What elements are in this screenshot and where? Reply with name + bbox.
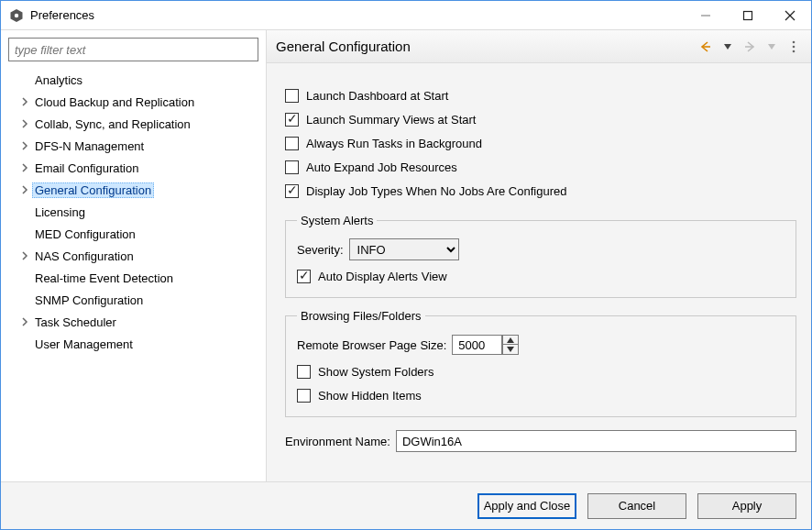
app-icon [8, 7, 25, 24]
env-name-input[interactable] [396, 430, 796, 452]
tree-item-label: Analytics [32, 72, 85, 88]
group-legend: Browsing Files/Folders [297, 309, 425, 323]
expand-icon[interactable] [17, 317, 32, 326]
check-label: Auto Display Alerts View [318, 270, 447, 283]
expand-icon[interactable] [17, 119, 32, 128]
tree-item-label: General Configuration [32, 182, 154, 198]
chevron-down-icon [724, 43, 731, 50]
menu-button[interactable] [785, 39, 802, 55]
auto-expand-check[interactable]: Auto Expand Job Resources [285, 155, 796, 179]
browsing-group: Browsing Files/Folders Remote Browser Pa… [285, 309, 796, 417]
svg-point-1 [15, 13, 18, 17]
arrow-forward-icon [743, 40, 756, 53]
tree-item-label: Collab, Sync, and Replication [32, 116, 193, 132]
show-hidden-check[interactable]: Show Hidden Items [297, 383, 785, 407]
tree-item[interactable]: Cloud Backup and Replication [14, 91, 260, 113]
preferences-window: Preferences AnalyticsCloud Backup and Re… [0, 0, 812, 530]
tree-item[interactable]: MED Configuration [14, 223, 260, 245]
filter-input[interactable] [8, 38, 258, 61]
dialog-footer: Apply and Close Cancel Apply [1, 481, 811, 529]
tree-item[interactable]: DFS-N Management [14, 135, 260, 157]
launch-summary-check[interactable]: Launch Summary Views at Start [285, 107, 796, 131]
tree-item[interactable]: Email Configuration [14, 157, 260, 179]
check-label: Show System Folders [318, 365, 433, 379]
check-label: Launch Summary Views at Start [306, 113, 476, 127]
titlebar: Preferences [1, 1, 811, 30]
pagesize-down[interactable] [502, 345, 519, 355]
expand-icon[interactable] [17, 163, 32, 172]
kebab-icon [789, 40, 798, 53]
apply-close-button[interactable]: Apply and Close [477, 493, 576, 519]
maximize-button[interactable] [727, 1, 769, 30]
background-tasks-check[interactable]: Always Run Tasks in Background [285, 131, 796, 155]
check-label: Show Hidden Items [318, 389, 422, 403]
tree-item[interactable]: Collab, Sync, and Replication [14, 113, 260, 135]
minimize-icon [700, 10, 711, 21]
svg-marker-6 [724, 44, 731, 50]
pagesize-up[interactable] [502, 335, 519, 345]
launch-dashboard-check[interactable]: Launch Dashboard at Start [285, 83, 796, 107]
tree-item[interactable]: General Configuration [14, 179, 260, 201]
close-icon [785, 10, 796, 21]
env-name-label: Environment Name: [285, 435, 390, 448]
arrow-back-icon [699, 40, 712, 53]
svg-marker-11 [507, 337, 514, 343]
group-legend: System Alerts [297, 214, 377, 227]
expand-icon[interactable] [17, 141, 32, 150]
tree-item-label: Email Configuration [32, 160, 141, 176]
tree-item-label: Task Scheduler [32, 315, 119, 330]
tree-item-label: NAS Configuration [32, 248, 137, 264]
pagesize-label: Remote Browser Page Size: [297, 338, 446, 352]
severity-select[interactable]: INFO [349, 238, 459, 260]
back-dropdown[interactable] [719, 39, 736, 55]
expand-icon[interactable] [17, 97, 32, 106]
auto-display-alerts-check[interactable]: Auto Display Alerts View [297, 264, 785, 288]
tree-item-label: MED Configuration [32, 226, 138, 242]
severity-label: Severity: [297, 243, 344, 257]
tree-item[interactable]: User Management [14, 333, 260, 355]
apply-button[interactable]: Apply [697, 493, 796, 519]
maximize-icon [742, 10, 753, 21]
tree-item-label: Real-time Event Detection [32, 271, 176, 286]
forward-button[interactable] [741, 39, 758, 55]
svg-point-8 [793, 40, 796, 43]
svg-marker-12 [507, 347, 514, 352]
svg-marker-7 [768, 44, 775, 50]
window-title: Preferences [30, 8, 94, 22]
svg-rect-3 [744, 11, 752, 19]
tree-item[interactable]: NAS Configuration [14, 245, 260, 267]
minimize-button[interactable] [685, 1, 727, 30]
chevron-down-icon [507, 347, 514, 352]
forward-dropdown[interactable] [763, 39, 780, 55]
check-label: Launch Dashboard at Start [306, 89, 448, 103]
expand-icon[interactable] [17, 185, 32, 194]
page-header: General Configuration [267, 30, 811, 63]
display-jobtypes-check[interactable]: Display Job Types When No Jobs Are Confi… [285, 179, 796, 203]
check-label: Auto Expand Job Resources [306, 160, 457, 174]
svg-point-9 [793, 45, 796, 48]
tree-item-label: SNMP Configuration [32, 293, 146, 308]
svg-point-10 [793, 50, 796, 52]
tree-item-label: Cloud Backup and Replication [32, 94, 197, 110]
tree-item[interactable]: Analytics [14, 69, 260, 91]
cancel-button[interactable]: Cancel [587, 493, 686, 519]
check-label: Always Run Tasks in Background [306, 137, 482, 150]
back-button[interactable] [697, 39, 714, 55]
check-label: Display Job Types When No Jobs Are Confi… [306, 184, 566, 198]
tree-item-label: Licensing [32, 204, 88, 220]
tree-item[interactable]: Licensing [14, 201, 260, 223]
tree-item[interactable]: Task Scheduler [14, 311, 260, 333]
tree-item-label: DFS-N Management [32, 138, 147, 154]
show-system-check[interactable]: Show System Folders [297, 359, 785, 383]
tree-item-label: User Management [32, 337, 136, 352]
tree-item[interactable]: Real-time Event Detection [14, 267, 260, 289]
sidebar: AnalyticsCloud Backup and ReplicationCol… [1, 30, 267, 481]
system-alerts-group: System Alerts Severity: INFO Auto Displa… [285, 214, 796, 298]
preferences-tree: AnalyticsCloud Backup and ReplicationCol… [6, 67, 260, 355]
expand-icon[interactable] [17, 251, 32, 260]
close-button[interactable] [769, 1, 811, 30]
page-title: General Configuration [276, 39, 411, 54]
tree-item[interactable]: SNMP Configuration [14, 289, 260, 311]
chevron-up-icon [507, 337, 514, 343]
pagesize-input[interactable] [452, 335, 502, 355]
